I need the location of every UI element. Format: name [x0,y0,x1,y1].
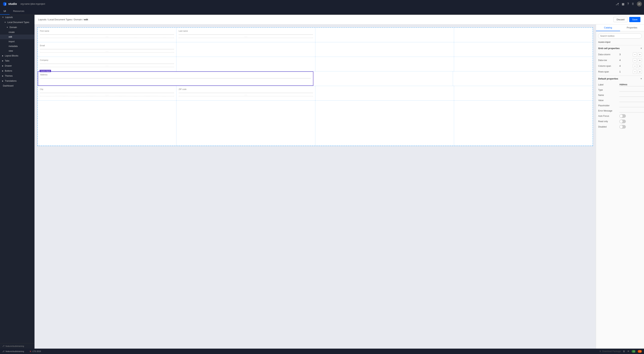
prop-input-placeholder[interactable] [620,104,644,107]
canvas-cell-empty-1[interactable] [315,28,454,42]
canvas-cell-row3-empty1[interactable] [176,57,315,71]
sidebar-item-translations[interactable]: ▶ Translations [0,78,34,83]
prop-input-type[interactable] [620,88,644,92]
trash-icon[interactable]: 🗑 [623,350,625,352]
sidebar-item-drawer[interactable]: ▶ Drawer [0,63,34,68]
canvas-cell-row2-empty2[interactable] [315,42,454,57]
canvas-cell-row3-empty3[interactable] [454,57,592,71]
chevron-down-icon: ▼ [2,16,4,18]
prop-minus-data-column[interactable]: − [633,53,637,57]
canvas-cell-row3-empty2[interactable] [315,57,454,71]
field-company-underline [40,64,174,64]
canvas-cell-zip[interactable]: ZIP code [176,86,315,100]
canvas-cell-first-name[interactable]: First name [38,28,176,42]
canvas-cell-row2-empty1[interactable] [176,42,315,57]
canvas-cell-empty-2[interactable] [454,28,592,42]
chevron-right-icon: ▶ [2,70,4,72]
canvas-cell-address[interactable]: nuxeo-input Address [38,71,314,86]
prop-row-data-column: Data-column 3 − + [598,53,642,57]
prop-row-rows-span: Rows-span 1 − + [598,70,642,74]
canvas-cell-row5-empty1[interactable] [315,86,454,100]
help-icon[interactable]: ? [627,2,629,6]
sidebar-item-import[interactable]: import [0,39,34,44]
sidebar-item-buttons[interactable]: ▶ Buttons [0,68,34,73]
canvas-cell-bottom-2[interactable] [176,101,315,145]
canvas-cell-bottom-3[interactable] [315,101,454,145]
field-last-name-label: Last name [178,30,313,32]
canvas-cell-bottom-4[interactable] [454,101,592,145]
eye-icon[interactable]: 👁 [627,350,630,352]
prop-number-rows-span: 1 [620,71,632,73]
app-logo: studio [2,2,17,7]
tab-catalog[interactable]: Catalog [596,25,620,31]
default-section-toggle-icon[interactable]: ▾ [640,77,642,80]
prop-plus-data-column[interactable]: + [638,53,642,57]
field-email-underline [40,49,174,49]
save-button[interactable]: Save [629,17,640,22]
sidebar-item-dashboard[interactable]: Dashboard [0,83,34,88]
sidebar-label-view: view [8,50,13,52]
prop-plus-rows-span[interactable]: + [638,70,642,74]
sidebar-item-metadata[interactable]: metadata [0,44,34,49]
tab-resources[interactable]: Resources [10,8,28,15]
sidebar-item-domain[interactable]: ▼ Domain [0,25,34,30]
canvas-cell-row4-empty1[interactable] [314,71,453,86]
canvas-row-empty [38,101,592,146]
breadcrumb-layouts: Layouts [38,18,46,21]
prop-input-value[interactable] [620,99,644,102]
download-label: Download Package [602,350,621,352]
avatar[interactable]: JC [637,2,642,7]
canvas-cell-row5-empty2[interactable] [454,86,592,100]
toggle-disabled[interactable] [620,125,626,129]
sidebar-label-themes: Themes [5,75,12,77]
sidebar-item-themes[interactable]: ▶ Themes [0,73,34,78]
prop-minus-data-row[interactable]: − [633,58,637,62]
canvas-cell-row4-empty2[interactable] [453,71,592,86]
breadcrumb-domain: Domain [74,18,82,21]
prop-minus-rows-span[interactable]: − [633,70,637,74]
canvas-cell-bottom-1[interactable] [38,101,176,145]
discard-button[interactable]: Discard [614,17,628,22]
tab-properties[interactable]: Properties [620,25,644,31]
field-zip: ZIP code [178,88,313,96]
default-section-header: Default properties ▾ [598,76,642,81]
sidebar-item-view[interactable]: view [0,49,34,53]
prop-input-error-message[interactable] [620,109,644,112]
download-package-button[interactable]: ⬇ Download Package [599,350,621,352]
canvas-cell-email[interactable]: Email [38,42,176,57]
prop-plus-data-row[interactable]: + [638,58,642,62]
prop-minus-column-span[interactable]: − [633,64,637,68]
prop-number-column-span: 4 [620,65,632,67]
prop-plus-column-span[interactable]: + [638,64,642,68]
sidebar-label-buttons: Buttons [5,70,12,72]
search-toolbox-input[interactable] [598,34,642,39]
prop-row-label: Label [598,83,642,86]
sidebar-item-layouts[interactable]: ▼ Layouts [0,15,34,20]
canvas-cell-row2-empty3[interactable] [454,42,592,57]
prop-number-data-row: 4 [620,59,632,62]
prop-input-label[interactable] [620,83,644,86]
network-icon[interactable]: ⎇ [616,2,619,6]
field-city: City [40,88,174,96]
toggle-read-only[interactable] [620,120,626,123]
canvas-cell-city[interactable]: City [38,86,176,100]
tab-ui[interactable]: UI [0,8,10,15]
grid-cell-toggle-icon[interactable]: ▾ [640,47,642,50]
sidebar-label-domain: Domain [10,26,17,29]
status-branch-name: feature/studiotraining [6,350,24,352]
sidebar-item-edit[interactable]: edit [0,35,34,39]
toggle-auto-focus[interactable] [620,114,626,118]
prop-row-read-only: Read only [598,120,642,123]
prop-input-name[interactable] [620,93,644,97]
panel-tabs: Catalog Properties [596,25,644,31]
layout-icon[interactable]: ▦ [622,2,624,6]
sidebar-item-create[interactable]: create [0,30,34,35]
download-icon: ⬇ [599,350,601,352]
sidebar-item-tabs[interactable]: ▶ Tabs [0,58,34,63]
sidebar-item-local-doc-types[interactable]: ▼ Local Document Types [0,20,34,25]
canvas-cell-company[interactable]: Company [38,57,176,71]
sidebar-item-layout-blocks[interactable]: ▶ Layout Blocks [0,53,34,58]
grid-icon[interactable]: ⠿ [632,2,634,6]
canvas-cell-last-name[interactable]: Last name [176,28,315,42]
prop-value-column-span: 4 − + [620,64,642,68]
